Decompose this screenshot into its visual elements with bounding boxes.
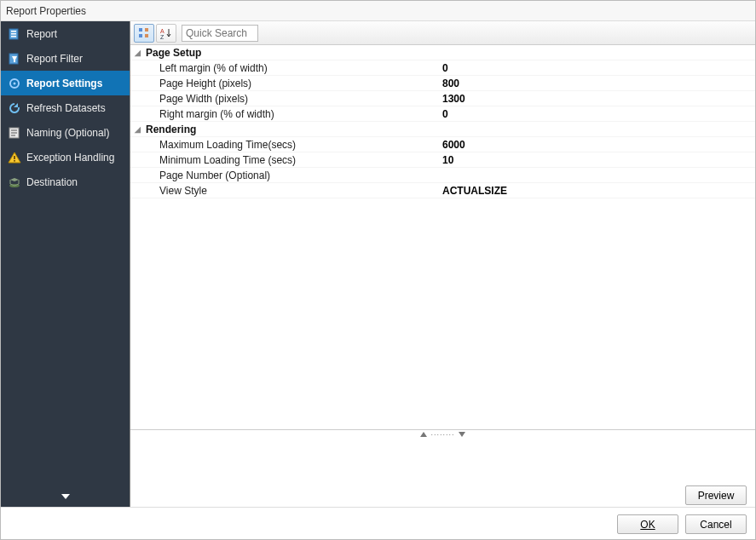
prop-value[interactable]: 6000 <box>439 137 755 152</box>
collapse-icon[interactable]: ◢ <box>130 45 144 60</box>
sidebar-item-label: Destination <box>26 176 78 188</box>
svg-rect-16 <box>139 34 142 37</box>
chevron-down-icon <box>61 491 71 502</box>
ok-button[interactable]: OK <box>617 514 678 534</box>
group-page-setup[interactable]: ◢ Page Setup <box>130 45 755 60</box>
splitter-grip-icon: ········ <box>420 430 465 439</box>
svg-marker-21 <box>420 432 427 437</box>
main-panel: A Z ◢ Page Setup Left margin (% of width… <box>130 21 755 507</box>
cancel-button[interactable]: Cancel <box>685 514 747 534</box>
property-toolbar: A Z <box>130 21 755 45</box>
prop-label: Maximum Loading Time(secs) <box>158 137 439 152</box>
report-icon <box>8 27 21 41</box>
svg-rect-18 <box>145 34 148 37</box>
prop-value[interactable]: 800 <box>439 76 755 90</box>
prop-right-margin[interactable]: Right margin (% of width) 0 <box>130 106 755 122</box>
filter-icon <box>8 52 21 66</box>
splitter-handle[interactable]: ········ <box>130 429 755 438</box>
svg-rect-3 <box>11 36 16 37</box>
sidebar-item-label: Exception Handling <box>26 152 114 164</box>
sidebar-collapse-toggle[interactable] <box>1 486 130 507</box>
refresh-icon <box>8 101 21 115</box>
group-label: Page Setup <box>144 45 755 60</box>
property-grid: ◢ Page Setup Left margin (% of width) 0 … <box>130 45 755 429</box>
description-pane <box>130 438 755 480</box>
prop-value[interactable]: 10 <box>439 152 755 167</box>
prop-value[interactable]: ACTUALSIZE <box>439 183 755 198</box>
sidebar-item-label: Refresh Datasets <box>26 102 106 114</box>
prop-label: Right margin (% of width) <box>158 106 439 121</box>
svg-rect-12 <box>14 160 15 162</box>
svg-rect-2 <box>11 33 16 35</box>
svg-marker-14 <box>61 494 70 499</box>
prop-label: Minimum Loading Time (secs) <box>158 152 439 167</box>
svg-rect-11 <box>14 156 15 159</box>
sidebar-item-label: Naming (Optional) <box>26 127 109 139</box>
search-input[interactable] <box>182 25 258 42</box>
sidebar-item-destination[interactable]: Destination <box>1 169 130 194</box>
naming-icon <box>8 126 21 140</box>
sidebar-item-naming[interactable]: Naming (Optional) <box>1 120 130 145</box>
prop-label: Page Number (Optional) <box>158 168 439 182</box>
prop-left-margin[interactable]: Left margin (% of width) 0 <box>130 60 755 76</box>
prop-page-height[interactable]: Page Height (pixels) 800 <box>130 76 755 91</box>
svg-point-7 <box>14 82 16 84</box>
sidebar-item-report-settings[interactable]: Report Settings <box>1 71 130 95</box>
dialog-footer: OK Cancel <box>1 507 755 539</box>
svg-text:A: A <box>160 28 164 34</box>
sidebar: Report Report Filter Report Settings Ref… <box>1 21 130 507</box>
prop-page-width[interactable]: Page Width (pixels) 1300 <box>130 91 755 106</box>
sidebar-item-report[interactable]: Report <box>1 21 130 46</box>
prop-label: Left margin (% of width) <box>158 60 439 75</box>
categorized-view-button[interactable] <box>134 24 154 43</box>
sidebar-item-label: Report Settings <box>26 78 102 89</box>
prop-label: Page Height (pixels) <box>158 76 439 90</box>
sidebar-item-label: Report <box>26 28 57 40</box>
sidebar-item-report-filter[interactable]: Report Filter <box>1 46 130 71</box>
svg-rect-1 <box>11 31 16 32</box>
collapse-icon[interactable]: ◢ <box>130 122 144 136</box>
prop-value[interactable]: 1300 <box>439 91 755 106</box>
preview-button[interactable]: Preview <box>685 485 747 505</box>
alphabetical-view-button[interactable]: A Z <box>156 24 176 43</box>
dialog-report-properties: Report Properties Report Report Filter <box>0 0 756 540</box>
svg-rect-15 <box>139 28 142 32</box>
prop-label: Page Width (pixels) <box>158 91 439 106</box>
sidebar-item-label: Report Filter <box>26 53 83 65</box>
sidebar-item-exception-handling[interactable]: Exception Handling <box>1 145 130 169</box>
warning-icon <box>8 151 21 164</box>
sidebar-item-refresh-datasets[interactable]: Refresh Datasets <box>1 95 130 120</box>
svg-marker-22 <box>459 432 465 437</box>
svg-text:Z: Z <box>160 34 164 39</box>
prop-value[interactable]: 0 <box>439 106 755 121</box>
prop-value[interactable]: 0 <box>439 60 755 75</box>
group-rendering[interactable]: ◢ Rendering <box>130 122 755 137</box>
svg-rect-17 <box>145 28 148 32</box>
categorized-icon <box>138 27 150 39</box>
destination-icon <box>8 175 21 189</box>
prop-max-loading-time[interactable]: Maximum Loading Time(secs) 6000 <box>130 137 755 152</box>
group-label: Rendering <box>144 122 755 136</box>
window-title: Report Properties <box>1 1 755 21</box>
prop-value[interactable] <box>439 168 755 182</box>
dialog-body: Report Report Filter Report Settings Ref… <box>1 21 755 507</box>
prop-view-style[interactable]: View Style ACTUALSIZE <box>130 183 755 198</box>
sidebar-spacer <box>1 194 130 486</box>
prop-min-loading-time[interactable]: Minimum Loading Time (secs) 10 <box>130 152 755 168</box>
sort-az-icon: A Z <box>160 27 172 39</box>
settings-icon <box>8 77 21 90</box>
prop-page-number[interactable]: Page Number (Optional) <box>130 168 755 183</box>
prop-label: View Style <box>158 183 439 198</box>
